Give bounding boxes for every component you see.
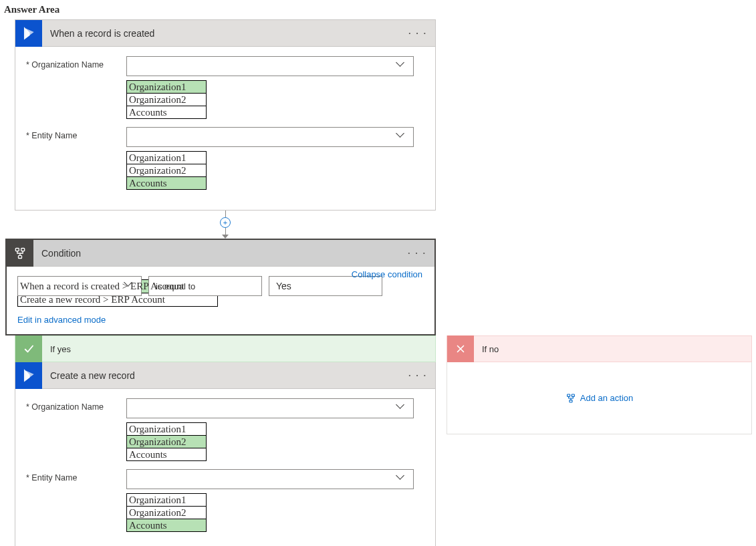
add-step-button[interactable]: +: [220, 217, 231, 228]
chevron-down-icon: [397, 404, 406, 413]
if-yes-header[interactable]: If yes: [15, 335, 436, 362]
trigger-org-dropdown[interactable]: [126, 56, 414, 76]
dynamics-icon: [15, 362, 42, 389]
flow-connector: +: [15, 211, 436, 239]
option-item[interactable]: Organization2: [127, 164, 206, 177]
svg-rect-1: [21, 248, 25, 251]
create-org-options: Organization1Organization2Accounts: [126, 422, 207, 461]
page-title: Answer Area: [4, 4, 752, 15]
if-yes-branch: If yes Create a new record · · · Organiz…: [15, 335, 436, 546]
option-item[interactable]: Organization1: [127, 494, 206, 507]
trigger-org-label: Organization Name: [26, 56, 126, 70]
option-item[interactable]: Organization2: [127, 507, 206, 519]
trigger-org-options: Organization1Organization2Accounts: [126, 80, 207, 119]
create-record-menu-ellipsis[interactable]: · · ·: [408, 370, 427, 380]
create-entity-options: Organization1Organization2Accounts: [126, 493, 207, 532]
trigger-entity-label: Entity Name: [26, 127, 126, 140]
create-record-header[interactable]: Create a new record · · ·: [15, 362, 435, 389]
condition-menu-ellipsis[interactable]: · · ·: [408, 248, 426, 258]
if-no-label: If no: [482, 344, 499, 354]
if-no-header[interactable]: If no: [447, 335, 752, 362]
trigger-header[interactable]: When a record is created · · ·: [15, 20, 435, 47]
trigger-entity-options: Organization1Organization2Accounts: [126, 151, 207, 190]
if-no-branch: If no Add an action: [447, 335, 752, 546]
svg-rect-9: [572, 394, 574, 396]
svg-rect-10: [570, 400, 572, 402]
chevron-down-icon: [397, 474, 406, 484]
create-entity-label: Entity Name: [26, 469, 126, 483]
create-record-title: Create a new record: [42, 370, 408, 381]
trigger-menu-ellipsis[interactable]: · · ·: [408, 28, 427, 38]
option-item[interactable]: Organization1: [127, 81, 206, 94]
option-item[interactable]: Organization1: [127, 152, 206, 164]
check-icon: [15, 335, 42, 362]
create-record-card: Create a new record · · · Organization N…: [15, 362, 436, 546]
create-org-dropdown[interactable]: [126, 398, 414, 418]
option-item[interactable]: Accounts: [127, 448, 206, 460]
chevron-down-icon: [397, 61, 406, 71]
option-item[interactable]: Organization1: [127, 423, 206, 436]
if-yes-label: If yes: [50, 344, 71, 354]
svg-rect-2: [19, 255, 22, 258]
trigger-entity-dropdown[interactable]: [126, 127, 414, 147]
create-org-label: Organization Name: [26, 398, 126, 412]
option-item[interactable]: Accounts: [127, 519, 206, 531]
condition-title: Condition: [33, 248, 408, 259]
close-icon: [447, 335, 474, 362]
condition-card: Condition · · · is equal to Yes Collapse…: [5, 239, 436, 335]
trigger-card: When a record is created · · · Organizat…: [15, 19, 436, 211]
condition-icon: [7, 240, 33, 267]
add-action-label: Add an action: [580, 393, 634, 403]
option-item[interactable]: Organization2: [127, 94, 206, 106]
dynamics-icon: [15, 20, 42, 47]
add-action-no-button[interactable]: Add an action: [565, 393, 634, 404]
edit-advanced-link[interactable]: Edit in advanced mode: [17, 315, 106, 325]
condition-header[interactable]: Condition · · ·: [7, 240, 434, 267]
option-item[interactable]: Accounts: [127, 106, 206, 118]
option-item[interactable]: Accounts: [127, 177, 206, 189]
option-item[interactable]: Organization2: [127, 436, 206, 448]
svg-rect-8: [567, 394, 570, 396]
svg-rect-0: [15, 248, 19, 251]
trigger-title: When a record is created: [42, 28, 408, 39]
create-entity-dropdown[interactable]: [126, 469, 414, 489]
chevron-down-icon: [397, 132, 406, 142]
